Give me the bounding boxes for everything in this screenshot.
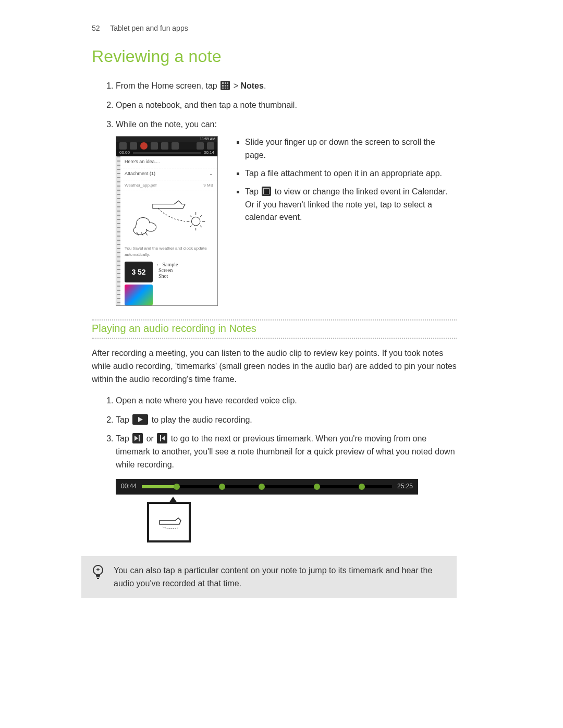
- svg-point-0: [191, 217, 200, 226]
- toolbar-btn: [119, 142, 127, 150]
- timemark-node: [219, 484, 225, 490]
- page-number: 52: [92, 24, 100, 32]
- step3-bullets: Slide your finger up or down the screen …: [234, 136, 457, 306]
- timemark-thumbnail: [147, 502, 191, 542]
- clock-widget: 3 52: [125, 262, 153, 282]
- section-separator: [92, 319, 457, 320]
- handwritten-label: ← Sample Screen Shot: [156, 262, 178, 279]
- note-widget-row: 3 52 ← Sample Screen Shot: [120, 260, 217, 306]
- audio-track: [142, 485, 392, 488]
- section-separator: [92, 338, 457, 339]
- section-heading: Playing an audio recording in Notes: [92, 323, 457, 335]
- apps-grid-icon: [221, 81, 230, 90]
- timemark-node: [359, 484, 365, 490]
- audio-time-right: 25:25: [397, 482, 413, 491]
- menu-icon: [207, 142, 214, 150]
- phone-progress-bar: 00:00 00:14: [116, 150, 217, 156]
- next-timemark-icon: [132, 433, 143, 443]
- phone-screenshot: 11:59 AM 00:00: [116, 136, 218, 306]
- audio-played-segment: [142, 485, 177, 488]
- timemark-node: [314, 484, 320, 490]
- bullet-attachment: Tap a file attachment to open it in an a…: [245, 167, 457, 180]
- tip-callout: You can also tap a particular content on…: [81, 556, 457, 599]
- play-button-icon: [132, 414, 148, 425]
- phone-toolbar: [116, 142, 217, 150]
- prev-timemark-icon: [157, 433, 167, 443]
- audio-progress-bar: 00:44 25:25: [116, 479, 418, 495]
- step-3: While on the note, you can: 11:59 AM: [116, 118, 457, 306]
- step-2: Open a notebook, and then tap a note thu…: [116, 99, 457, 112]
- step3-content-row: 11:59 AM 00:00: [116, 136, 457, 306]
- lightbulb-icon: [92, 564, 104, 581]
- calendar-icon: [197, 142, 204, 150]
- section-intro: After recording a meeting, you can liste…: [92, 347, 457, 386]
- play-step-3: Tap or to go to the next or previous tim…: [116, 433, 457, 542]
- page-title: Reviewing a note: [92, 47, 457, 66]
- notes-app-name: Notes: [240, 81, 263, 90]
- toolbar-btn: [130, 142, 137, 150]
- bullet-scroll: Slide your finger up or down the screen …: [245, 136, 457, 162]
- bullet-calendar: Tap to view or change the linked event i…: [245, 186, 457, 224]
- note-attachment-header: Attachment (1)⌄: [120, 168, 217, 180]
- note-sketch: [120, 191, 217, 244]
- note-caption: You travel and the weather and clock upd…: [120, 244, 217, 260]
- document-page: 52 Tablet pen and fun apps Reviewing a n…: [92, 24, 457, 598]
- play-step-1: Open a note where you have recorded voic…: [116, 394, 457, 408]
- review-steps-list: From the Home screen, tap > Notes. Open …: [92, 80, 457, 306]
- record-icon: [140, 142, 148, 150]
- phone-status-bar: 11:59 AM: [116, 137, 217, 142]
- play-icon: [161, 142, 168, 150]
- running-header: 52 Tablet pen and fun apps: [92, 24, 457, 32]
- audio-time-left: 00:44: [121, 482, 137, 491]
- playback-steps-list: Open a note where you have recorded voic…: [92, 394, 457, 542]
- header-section: Tablet pen and fun apps: [110, 24, 188, 32]
- play-step-2: Tap to play the audio recording.: [116, 414, 457, 427]
- step-1: From the Home screen, tap > Notes.: [116, 80, 457, 93]
- next-icon: [172, 142, 179, 150]
- note-idea-line: Here's an idea....: [120, 156, 217, 168]
- note-attachment-file: Weather_app.pdf 9 MB: [120, 180, 217, 191]
- timeline-figure: 00:44 25:25: [116, 479, 418, 542]
- tip-text: You can also tap a particular content on…: [114, 564, 446, 590]
- prev-icon: [151, 142, 158, 150]
- phone-note-body: Here's an idea.... Attachment (1)⌄ Weath…: [116, 156, 217, 306]
- calendar-link-icon: [262, 187, 271, 196]
- timemark-node: [174, 484, 180, 490]
- timemark-node: [259, 484, 265, 490]
- homescreen-thumb: [125, 285, 153, 305]
